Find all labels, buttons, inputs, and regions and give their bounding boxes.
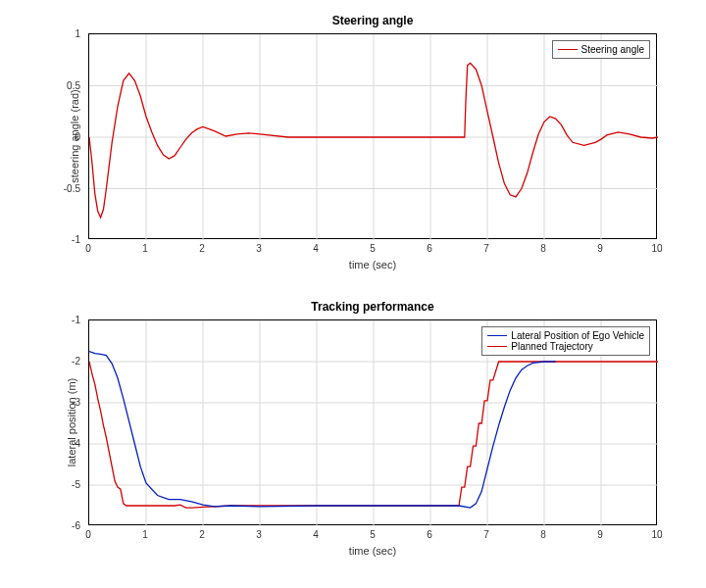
- y-tick-labels: -6 -5 -4 -3 -2 -1: [49, 319, 84, 525]
- legend-label: Steering angle: [581, 44, 645, 55]
- line-lateral-position: [89, 352, 556, 509]
- y-tick-labels: -1 -0.5 0 0.5 1: [49, 33, 84, 239]
- axes-steering: Steering angle steering angle (rad): [88, 33, 657, 239]
- figure-window: Steering angle steering angle (rad): [0, 0, 706, 588]
- x-axis-label: time (sec): [88, 259, 657, 270]
- legend-swatch-icon: [487, 335, 507, 336]
- legend[interactable]: Lateral Position of Ego Vehicle Planned …: [481, 326, 650, 356]
- x-axis-label: time (sec): [88, 545, 657, 557]
- legend-label: Planned Trajectory: [511, 341, 592, 352]
- axes-tracking: Tracking performance lateral position (m…: [88, 319, 657, 525]
- legend-item: Steering angle: [558, 44, 645, 55]
- plot-svg: [89, 34, 658, 240]
- legend[interactable]: Steering angle: [552, 40, 651, 59]
- legend-swatch-icon: [487, 346, 507, 347]
- legend-swatch-icon: [558, 49, 578, 50]
- axes-title: Steering angle: [88, 14, 657, 27]
- legend-label: Lateral Position of Ego Vehicle: [511, 330, 644, 341]
- plot-area[interactable]: Steering angle: [88, 33, 657, 239]
- plot-area[interactable]: Lateral Position of Ego Vehicle Planned …: [88, 319, 657, 525]
- legend-item: Planned Trajectory: [487, 341, 644, 352]
- legend-item: Lateral Position of Ego Vehicle: [487, 330, 644, 341]
- axes-title: Tracking performance: [88, 300, 657, 314]
